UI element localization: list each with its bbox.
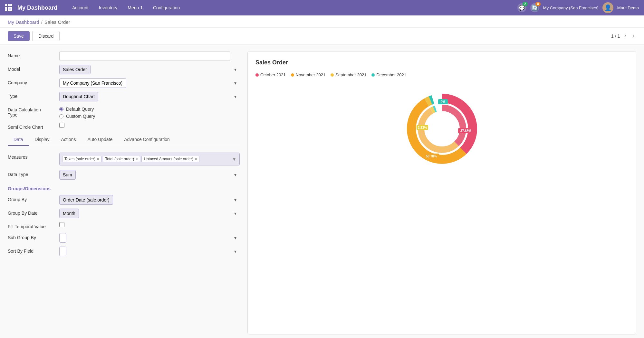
sort-by-select-wrapper xyxy=(59,247,240,256)
company-label: Company xyxy=(8,78,59,85)
semi-circle-row: Semi Circle Chart xyxy=(8,123,240,130)
model-label: Model xyxy=(8,65,59,72)
group-by-date-row: Group By Date Month xyxy=(8,209,240,218)
tab-advance-config[interactable]: Advance Configuration xyxy=(118,134,176,146)
group-by-select-wrapper: Order Date (sale.order) xyxy=(59,195,240,205)
legend-label-dec: December 2021 xyxy=(376,72,406,77)
activity-icon[interactable]: 🔄 8 xyxy=(530,3,539,12)
radio-default-label: Default Query xyxy=(66,107,94,112)
tag-untaxed: Untaxed Amount (sale.order) × xyxy=(141,156,199,162)
tag-taxes-remove[interactable]: × xyxy=(97,157,99,161)
chart-panel: Sales Order October 2021 November 2021 S… xyxy=(247,51,636,334)
tab-actions[interactable]: Actions xyxy=(55,134,82,146)
tab-display[interactable]: Display xyxy=(29,134,55,146)
svg-text:37.68%: 37.68% xyxy=(460,129,471,133)
tab-data[interactable]: Data xyxy=(8,134,29,146)
svg-text:53.78%: 53.78% xyxy=(426,155,437,158)
fill-temporal-row: Fill Temporal Value xyxy=(8,222,240,229)
radio-custom-label: Custom Query xyxy=(66,114,95,119)
legend-label-nov: November 2021 xyxy=(296,72,326,77)
brand-title: My Dashboard xyxy=(17,5,57,11)
fill-temporal-checkbox[interactable] xyxy=(59,222,64,227)
semi-circle-checkbox[interactable] xyxy=(59,123,64,128)
pagination-text: 1 / 1 xyxy=(611,33,620,39)
next-page-button[interactable]: › xyxy=(631,33,636,40)
breadcrumb-parent[interactable]: My Dashboard xyxy=(8,19,39,25)
nav-menu1[interactable]: Menu 1 xyxy=(123,3,147,12)
tab-auto-update[interactable]: Auto Update xyxy=(82,134,118,146)
breadcrumb-sep: / xyxy=(41,19,43,25)
model-select[interactable]: Sales Order xyxy=(59,65,91,74)
legend-dot-dec xyxy=(371,73,375,77)
groups-section-header: Groups/Dimensions xyxy=(8,186,240,191)
model-select-wrapper: Sales Order xyxy=(59,65,240,74)
tag-total-remove[interactable]: × xyxy=(135,157,138,161)
page-container: My Dashboard / Sales Order Save Discard … xyxy=(0,15,644,338)
data-type-row: Data Type Sum xyxy=(8,170,240,180)
nav-inventory[interactable]: Inventory xyxy=(94,3,122,12)
sub-group-select-wrapper xyxy=(59,233,240,243)
pagination: 1 / 1 ‹ › xyxy=(611,33,636,40)
radio-custom-input[interactable] xyxy=(59,114,63,118)
legend-label-sep: September 2021 xyxy=(335,72,366,77)
data-type-label: Data Type xyxy=(8,170,59,177)
measures-row: Measures Taxes (sale.order) × Total (sal… xyxy=(8,153,240,165)
group-by-label: Group By xyxy=(8,195,59,202)
svg-text:2.23%: 2.23% xyxy=(418,126,427,129)
data-calc-label: Data Calculation Type xyxy=(8,105,59,117)
apps-icon[interactable] xyxy=(5,4,12,11)
prev-page-button[interactable]: ‹ xyxy=(622,33,628,40)
data-type-select[interactable]: Sum xyxy=(59,170,76,180)
type-select[interactable]: Doughnut Chart xyxy=(59,92,98,101)
legend-dot-sep xyxy=(331,73,334,77)
sub-group-select[interactable] xyxy=(59,233,66,243)
group-by-row: Group By Order Date (sale.order) xyxy=(8,195,240,205)
data-calc-row: Data Calculation Type Default Query Cust… xyxy=(8,105,240,119)
nav-configuration[interactable]: Configuration xyxy=(149,3,184,12)
messages-icon[interactable]: 💬 2 xyxy=(517,3,526,12)
toolbar: Save Discard 1 / 1 ‹ › xyxy=(0,28,644,45)
radio-default-input[interactable] xyxy=(59,107,63,111)
topnav: My Dashboard Account Inventory Menu 1 Co… xyxy=(0,0,644,15)
measures-input[interactable]: Taxes (sale.order) × Total (sale.order) … xyxy=(59,153,240,165)
model-row: Model Sales Order xyxy=(8,65,240,74)
legend-label-oct: October 2021 xyxy=(260,72,286,77)
tabs-container: Data Display Actions Auto Update Advance… xyxy=(8,134,240,146)
main-content: Name Model Sales Order Company My Compan… xyxy=(0,45,644,338)
nav-account[interactable]: Account xyxy=(68,3,93,12)
chart-legend: October 2021 November 2021 September 202… xyxy=(255,72,628,77)
radio-group: Default Query Custom Query xyxy=(59,105,240,119)
radio-default[interactable]: Default Query xyxy=(59,107,240,112)
company-select[interactable]: My Company (San Francisco) xyxy=(59,78,126,88)
tag-taxes: Taxes (sale.order) × xyxy=(62,156,101,162)
name-label: Name xyxy=(8,51,59,58)
radio-custom[interactable]: Custom Query xyxy=(59,114,240,119)
right-section: 💬 2 🔄 8 My Company (San Francisco) 👤 Mar… xyxy=(517,2,639,13)
discard-button[interactable]: Discard xyxy=(32,31,60,41)
user-avatar[interactable]: 👤 xyxy=(602,2,613,13)
measures-chevron: ▾ xyxy=(233,156,237,162)
sub-group-row: Sub Group By xyxy=(8,233,240,243)
group-by-date-label: Group By Date xyxy=(8,209,59,216)
nav-items: Account Inventory Menu 1 Configuration xyxy=(68,3,515,12)
tag-untaxed-remove[interactable]: × xyxy=(195,157,197,161)
save-button[interactable]: Save xyxy=(8,31,30,41)
legend-dot-oct xyxy=(255,73,259,77)
semi-circle-label: Semi Circle Chart xyxy=(8,123,59,130)
legend-dot-nov xyxy=(291,73,294,77)
sort-by-label: Sort By Field xyxy=(8,247,59,254)
company-row: Company My Company (San Francisco) xyxy=(8,78,240,88)
form-section: Name Model Sales Order Company My Compan… xyxy=(8,51,240,334)
sort-by-row: Sort By Field xyxy=(8,247,240,256)
group-by-date-select[interactable]: Month xyxy=(59,209,79,218)
group-by-select[interactable]: Order Date (sale.order) xyxy=(59,195,113,205)
sort-by-select[interactable] xyxy=(59,247,66,256)
sub-group-label: Sub Group By xyxy=(8,233,59,240)
legend-sep: September 2021 xyxy=(331,72,366,77)
type-row: Type Doughnut Chart xyxy=(8,92,240,101)
user-name[interactable]: Marc Demo xyxy=(617,5,639,10)
data-type-select-wrapper: Sum xyxy=(59,170,240,180)
name-input[interactable] xyxy=(59,51,230,61)
donut-chart: 37.68% 53.78% 2.23% 0% 0% 37.68% 53.78% xyxy=(400,87,484,171)
type-label: Type xyxy=(8,92,59,99)
